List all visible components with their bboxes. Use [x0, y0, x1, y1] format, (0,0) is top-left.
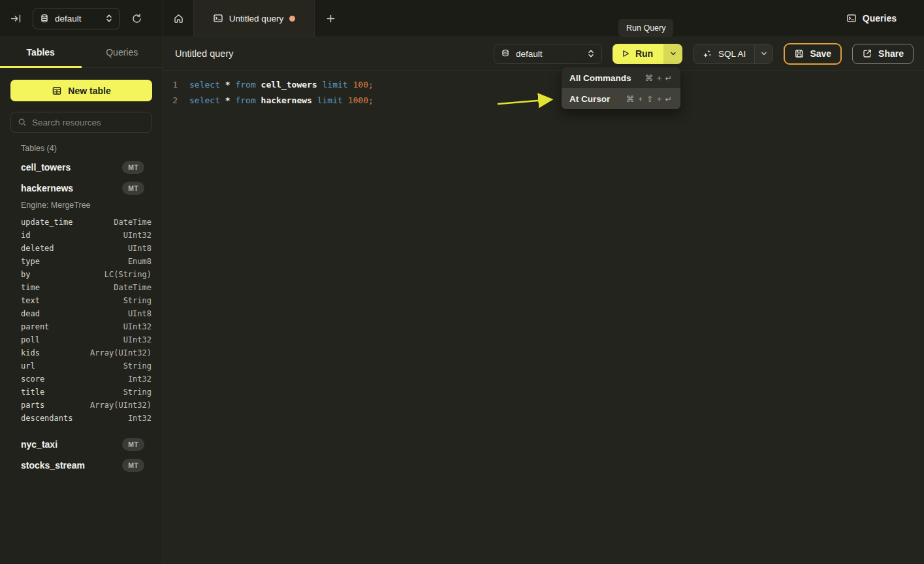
menu-item-label: At Cursor — [569, 94, 610, 104]
column-row: parentUInt32 — [0, 320, 163, 333]
code-text: select * from hackernews limit 1000; — [189, 93, 374, 108]
column-row: urlString — [0, 359, 163, 373]
column-name: parts — [21, 401, 44, 410]
sidebar-tab-queries[interactable]: Queries — [82, 37, 163, 67]
plus-icon — [326, 14, 336, 24]
code-line: 2select * from hackernews limit 1000; — [163, 93, 924, 108]
sql-ai-caret-button[interactable] — [754, 44, 773, 63]
run-options-menu: All Commands⌘ + ↵At Cursor⌘ + ⇧ + ↵ — [562, 67, 680, 109]
table-row[interactable]: stocks_streamMT — [0, 455, 163, 476]
engine-badge: MT — [122, 161, 144, 174]
table-name: nyc_taxi — [21, 439, 122, 450]
home-icon — [173, 13, 184, 24]
engine-badge: MT — [122, 438, 144, 451]
table-row[interactable]: hackernewsMT — [0, 178, 163, 199]
columns-list: update_timeDateTimeidUInt32deletedUInt8t… — [0, 216, 163, 425]
table-row[interactable]: cell_towersMT — [0, 157, 163, 178]
column-type: Array(UInt32) — [90, 401, 151, 410]
collapse-sidebar-icon — [10, 13, 22, 24]
share-button[interactable]: Share — [852, 44, 914, 64]
column-name: time — [21, 283, 40, 292]
content: Untitled query default — [163, 37, 924, 564]
editor-header: Untitled query default — [163, 37, 924, 71]
tables-section-label: Tables (4) — [0, 144, 163, 153]
queries-panel-label: Queries — [863, 13, 897, 24]
column-name: score — [21, 374, 44, 384]
search-icon — [18, 118, 27, 127]
column-name: url — [21, 361, 35, 371]
menu-item-shortcut: ⌘ + ⇧ + ↵ — [626, 94, 673, 104]
new-tab-button[interactable] — [315, 0, 346, 37]
column-name: by — [21, 270, 30, 279]
column-name: title — [21, 388, 44, 397]
column-row: textString — [0, 294, 163, 307]
column-type: UInt8 — [128, 244, 151, 253]
run-menu-item[interactable]: All Commands⌘ + ↵ — [562, 67, 680, 88]
column-type: Int32 — [128, 414, 151, 423]
home-tab[interactable] — [163, 0, 194, 37]
play-icon — [621, 49, 630, 58]
sql-ai-button[interactable]: SQL AI — [693, 44, 754, 63]
tables-list: cell_towersMThackernewsMTEngine: MergeTr… — [0, 157, 163, 476]
save-button[interactable]: Save — [784, 43, 842, 65]
table-row[interactable]: nyc_taxiMT — [0, 434, 163, 455]
column-type: LC(String) — [104, 270, 151, 279]
refresh-button[interactable] — [129, 10, 145, 27]
column-type: Array(UInt32) — [90, 348, 151, 357]
database-icon — [501, 49, 510, 59]
code-line: 1select * from cell_towers limit 100; — [163, 77, 924, 93]
column-row: kidsArray(UInt32) — [0, 346, 163, 359]
tabstrip: Untitled query — [163, 0, 346, 37]
sql-ai-label: SQL AI — [718, 49, 746, 59]
run-menu-item[interactable]: At Cursor⌘ + ⇧ + ↵ — [562, 88, 680, 109]
column-row: timeDateTime — [0, 281, 163, 294]
editor-header-controls: default Run — [494, 43, 914, 65]
menu-item-label: All Commands — [569, 73, 631, 83]
column-name: update_time — [21, 218, 72, 227]
column-type: UInt32 — [123, 335, 151, 344]
editor-database-selector[interactable]: default — [494, 44, 602, 64]
table-grid-icon — [52, 86, 62, 96]
terminal-icon — [213, 13, 223, 24]
line-number: 2 — [163, 93, 178, 108]
column-name: poll — [21, 335, 40, 344]
collapse-sidebar-button[interactable] — [8, 10, 24, 27]
sql-editor[interactable]: 1select * from cell_towers limit 100;2se… — [163, 71, 924, 564]
sidebar-tab-tables[interactable]: Tables — [0, 37, 82, 67]
new-table-label: New table — [68, 86, 110, 96]
save-icon — [794, 48, 805, 59]
terminal-icon — [846, 13, 857, 24]
column-name: kids — [21, 348, 40, 357]
sidebar: Tables Queries New table Tables (4) cell… — [0, 37, 163, 564]
column-row: deadUInt8 — [0, 307, 163, 320]
column-type: String — [123, 296, 151, 305]
column-type: UInt32 — [123, 322, 151, 331]
column-name: descendants — [21, 414, 72, 423]
query-title: Untitled query — [175, 48, 233, 59]
run-label: Run — [635, 48, 653, 59]
column-row: idUInt32 — [0, 229, 163, 242]
run-query-tooltip: Run Query — [618, 19, 673, 37]
column-type: UInt8 — [128, 309, 151, 318]
topbar-database-selector[interactable]: default — [33, 8, 120, 29]
updown-chevrons-icon — [105, 14, 113, 23]
updown-chevrons-icon — [587, 49, 595, 58]
search-resources-input[interactable] — [32, 118, 145, 127]
table-name: hackernews — [21, 183, 122, 193]
run-button[interactable]: Run — [613, 44, 663, 64]
sidebar-tabs: Tables Queries — [0, 37, 163, 68]
run-options-caret-button[interactable] — [663, 44, 682, 64]
sql-ai-split-button: SQL AI — [693, 44, 773, 64]
new-table-button[interactable]: New table — [10, 80, 152, 101]
database-selector-value: default — [516, 49, 581, 59]
share-label: Share — [878, 48, 904, 59]
tab-untitled-query[interactable]: Untitled query — [194, 0, 315, 37]
column-type: DateTime — [114, 218, 151, 227]
database-icon — [40, 14, 49, 24]
column-row: byLC(String) — [0, 268, 163, 281]
database-selector-value: default — [55, 14, 99, 24]
unsaved-indicator-dot — [289, 16, 295, 22]
queries-panel-button[interactable]: Queries — [838, 0, 924, 37]
column-type: Int32 — [128, 374, 151, 384]
column-type: String — [123, 361, 151, 371]
